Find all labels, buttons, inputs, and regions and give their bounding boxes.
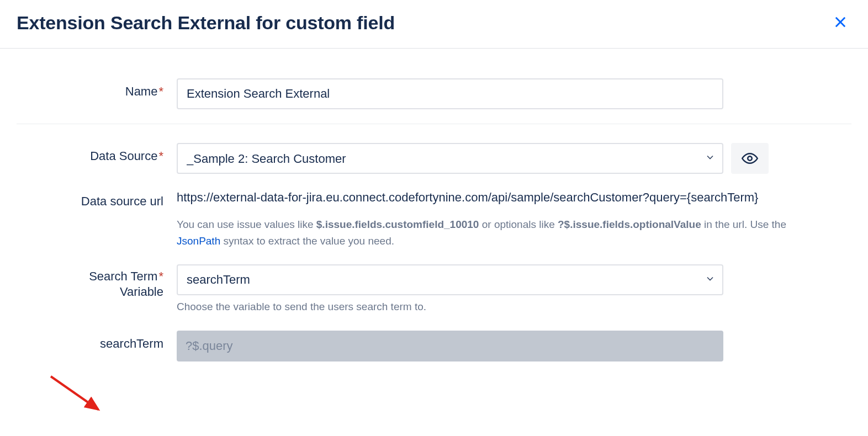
label-search-term-variable: Search Term* Variable xyxy=(17,264,177,313)
label-data-source-url: Data source url xyxy=(17,188,177,250)
close-icon xyxy=(833,14,848,30)
required-marker: * xyxy=(158,269,163,283)
row-search-term-variable: Search Term* Variable searchTerm Choose … xyxy=(17,264,851,313)
eye-icon xyxy=(742,150,758,167)
label-data-source: Data Source* xyxy=(17,143,177,174)
svg-line-3 xyxy=(51,376,98,410)
row-data-source: Data Source* _Sample 2: Search Customer xyxy=(17,143,851,174)
data-source-select[interactable]: _Sample 2: Search Customer xyxy=(177,143,723,174)
close-button[interactable] xyxy=(829,11,851,35)
required-marker: * xyxy=(158,84,163,98)
dialog-extension-config: Extension Search External for custom fie… xyxy=(0,0,868,436)
row-search-term-field: searchTerm xyxy=(17,331,851,361)
required-marker: * xyxy=(158,149,163,163)
name-input[interactable] xyxy=(177,78,723,109)
label-name: Name* xyxy=(17,78,177,109)
search-term-variable-help: Choose the variable to send the users se… xyxy=(177,301,790,313)
dialog-body: Name* xyxy=(0,49,868,109)
preview-button[interactable] xyxy=(731,143,769,174)
section-divider xyxy=(17,124,851,124)
search-term-variable-select[interactable]: searchTerm xyxy=(177,264,723,295)
svg-point-2 xyxy=(748,156,752,161)
data-source-url-value: https://external-data-for-jira.eu.connec… xyxy=(177,188,768,206)
jsonpath-link[interactable]: JsonPath xyxy=(177,235,220,247)
annotation-arrow xyxy=(47,373,108,425)
row-name: Name* xyxy=(17,78,851,109)
data-source-url-help: You can use issue values like $.issue.fi… xyxy=(177,216,790,250)
row-data-source-url: Data source url https://external-data-fo… xyxy=(17,188,851,250)
dialog-title: Extension Search External for custom fie… xyxy=(17,12,395,34)
search-term-input xyxy=(177,331,723,361)
label-search-term-field: searchTerm xyxy=(17,331,177,361)
dialog-header: Extension Search External for custom fie… xyxy=(0,0,868,48)
